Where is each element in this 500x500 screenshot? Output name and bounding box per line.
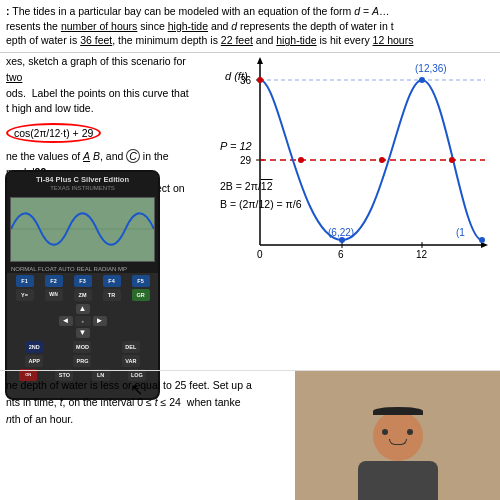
- calc-btn-f5[interactable]: F5: [132, 275, 150, 287]
- equation-container: cos(2π/12·t) + 29: [6, 123, 194, 143]
- person-hair: [373, 407, 423, 415]
- header-line1: : The tides in a particular bay can be m…: [6, 5, 390, 17]
- equation-display: cos(2π/12·t) + 29: [6, 123, 101, 143]
- calc-brand: TEXAS INSTRUMENTS: [9, 185, 156, 193]
- calc-btn-window[interactable]: WIN: [45, 289, 63, 301]
- sketch-instruction: xes, sketch a graph of this scenario for…: [6, 55, 186, 83]
- svg-text:(1: (1: [456, 227, 465, 238]
- svg-rect-0: [11, 198, 154, 260]
- calc-btn-apps[interactable]: APP: [25, 355, 43, 367]
- header-line3: epth of water is 36 feet, the minimum de…: [6, 34, 413, 46]
- bottom-line1: ne depth of water is less or equal to 25…: [6, 379, 252, 391]
- b-label: B = (2π/12) = π/6: [220, 198, 302, 210]
- svg-point-29: [449, 157, 455, 163]
- calc-dpad-right[interactable]: ►: [93, 316, 107, 326]
- calc-btn-del[interactable]: DEL: [122, 341, 140, 353]
- header-text: : The tides in a particular bay can be m…: [0, 0, 500, 53]
- svg-text:(6,22): (6,22): [328, 227, 354, 238]
- person-mouth: [389, 439, 407, 445]
- bottom-line2: nts in time, t, on the interval 0 ≤ t ≤ …: [6, 396, 241, 408]
- calc-btn-graph[interactable]: GR: [132, 289, 150, 301]
- calc-dpad-center[interactable]: ●: [75, 316, 91, 326]
- bottom-section: ne depth of water is less or equal to 25…: [0, 370, 500, 500]
- calc-btn-f4[interactable]: F4: [103, 275, 121, 287]
- svg-text:36: 36: [240, 75, 252, 86]
- calc-btn-f1[interactable]: F1: [16, 275, 34, 287]
- sketch-instruction2: ods. Label the points on this curve that: [6, 87, 189, 99]
- calc-row-apps: APP PRG VAR: [10, 355, 155, 367]
- calc-btn-trace[interactable]: TR: [103, 289, 121, 301]
- calc-btn-prgm[interactable]: PRG: [73, 355, 91, 367]
- calc-btn-vars[interactable]: VAR: [122, 355, 140, 367]
- calc-dpad-down[interactable]: ▼: [76, 328, 90, 338]
- calc-label-row: NORMAL FLOAT AUTO REAL RADIAN MP: [7, 265, 158, 273]
- person-body: [358, 461, 438, 500]
- calc-btn-y[interactable]: Y=: [16, 289, 34, 301]
- calc-row-y: Y= WIN ZM TR GR: [10, 289, 155, 301]
- calc-header: TI-84 Plus C Silver Edition TEXAS INSTRU…: [7, 172, 158, 194]
- person-portrait: [295, 403, 500, 500]
- svg-text:12: 12: [416, 249, 428, 260]
- calc-dpad-left[interactable]: ◄: [59, 316, 73, 326]
- bottom-line3: nth of an hour.: [6, 413, 73, 425]
- 2b-label: 2B = 2π/12: [220, 180, 273, 192]
- svg-text:6: 6: [338, 249, 344, 260]
- svg-text:0: 0: [257, 249, 263, 260]
- calc-screen: [10, 197, 155, 262]
- svg-point-26: [479, 237, 485, 243]
- calc-dpad: ▲ ◄ ● ► ▼: [58, 303, 108, 339]
- calc-buttons-area: F1 F2 F3 F4 F5 Y= WIN ZM TR GR: [7, 273, 158, 385]
- graph-svg: d (ft) 36 29 0 6 12: [220, 50, 490, 270]
- calc-row-f: F1 F2 F3 F4 F5: [10, 275, 155, 287]
- page-container: : The tides in a particular bay can be m…: [0, 0, 500, 500]
- ti-calculator: TI-84 Plus C Silver Edition TEXAS INSTRU…: [5, 170, 160, 400]
- left-text-top: xes, sketch a graph of this scenario for…: [6, 54, 194, 117]
- calc-btn-zoom[interactable]: ZM: [74, 289, 92, 301]
- calc-mode-text: NORMAL FLOAT AUTO REAL RADIAN MP: [11, 266, 127, 272]
- bottom-text: ne depth of water is less or equal to 25…: [0, 371, 295, 500]
- calc-btn-f3[interactable]: F3: [74, 275, 92, 287]
- calc-btn-2nd[interactable]: 2ND: [25, 341, 43, 353]
- svg-point-25: [419, 77, 425, 83]
- person-photo: [295, 371, 500, 500]
- svg-point-27: [298, 157, 304, 163]
- calc-btn-f2[interactable]: F2: [45, 275, 63, 287]
- calc-row-2nd: 2ND MOD DEL: [10, 341, 155, 353]
- calc-dpad-up[interactable]: ▲: [76, 304, 90, 314]
- calc-model: TI-84 Plus C Silver Edition: [9, 175, 156, 185]
- svg-point-24: [339, 237, 345, 243]
- svg-text:(12,36): (12,36): [415, 63, 447, 74]
- sketch-instruction3: t high and low tide.: [6, 102, 94, 114]
- calc-btn-mode[interactable]: MOD: [73, 341, 91, 353]
- person-face: [373, 411, 423, 461]
- calc-screen-area: [7, 194, 158, 265]
- svg-point-23: [257, 77, 263, 83]
- svg-text:29: 29: [240, 155, 252, 166]
- header-line2: resents the number of hours since high-t…: [6, 20, 394, 32]
- p-label: P = 12: [220, 140, 252, 152]
- svg-marker-4: [257, 57, 263, 64]
- svg-point-28: [379, 157, 385, 163]
